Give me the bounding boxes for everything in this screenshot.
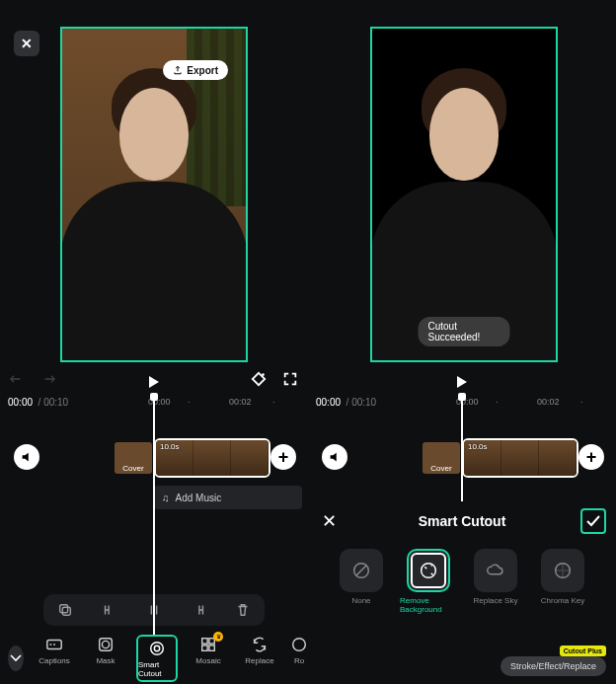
- clip-duration: 10.0s: [468, 442, 488, 451]
- toast-text: Cutout Succeeded!: [428, 321, 481, 342]
- chroma-key-icon: [552, 560, 574, 581]
- svg-rect-2: [63, 607, 71, 615]
- option-label: None: [351, 596, 370, 605]
- rotate-icon: [290, 636, 308, 653]
- clip[interactable]: 10.0s: [462, 438, 578, 478]
- time-current: 00:00: [316, 397, 341, 408]
- fullscreen-icon[interactable]: [282, 371, 298, 387]
- svg-point-0: [262, 373, 265, 376]
- collapse-button[interactable]: [8, 646, 24, 671]
- add-music-label: Add Music: [176, 493, 222, 503]
- ruler-tick: 00:02: [537, 397, 560, 407]
- mask-icon: [97, 636, 115, 653]
- svg-point-14: [422, 564, 436, 578]
- tool-label: Captions: [38, 656, 70, 665]
- delete-icon[interactable]: [235, 602, 251, 618]
- tool-captions[interactable]: Captions: [34, 635, 75, 682]
- tool-label: Smart Cutout: [138, 660, 176, 678]
- export-button[interactable]: Export: [163, 60, 228, 80]
- tool-label: Mask: [96, 656, 115, 665]
- time-total: 00:10: [43, 397, 68, 408]
- tool-mask[interactable]: Mask: [85, 635, 126, 682]
- svg-rect-1: [60, 605, 68, 613]
- stroke-effect-replace-button[interactable]: Stroke/Effect/Replace: [500, 656, 606, 676]
- tool-label: Ro: [294, 656, 304, 665]
- svg-rect-11: [209, 645, 214, 649]
- tool-replace[interactable]: Replace: [239, 635, 280, 682]
- svg-point-7: [154, 646, 159, 650]
- timeline-ruler[interactable]: 00:00 · 00:02 ·: [377, 397, 616, 411]
- music-note-icon: ♫: [162, 493, 170, 503]
- captions-icon: [45, 636, 63, 653]
- cover-label: Cover: [430, 464, 451, 473]
- preview-subject: [60, 182, 248, 362]
- add-clip-button[interactable]: +: [578, 444, 604, 470]
- cover-thumb[interactable]: Cover: [423, 442, 460, 474]
- tool-smart-cutout[interactable]: Smart Cutout: [136, 635, 178, 682]
- time-total: 00:10: [351, 397, 376, 408]
- video-preview[interactable]: Cutout Succeeded!: [370, 27, 558, 362]
- svg-point-12: [293, 638, 306, 650]
- sheet-confirm-button[interactable]: [580, 508, 606, 534]
- clip[interactable]: 10.0s: [154, 438, 270, 478]
- svg-point-6: [151, 642, 164, 654]
- cover-thumb[interactable]: Cover: [115, 442, 152, 474]
- video-preview[interactable]: Export: [60, 27, 248, 362]
- replace-icon: [251, 636, 269, 653]
- split-left-icon[interactable]: [102, 602, 117, 618]
- vip-badge: ♛: [213, 632, 223, 642]
- svg-rect-10: [202, 645, 207, 649]
- tool-label: Replace: [245, 656, 273, 665]
- sheet-close-button[interactable]: ✕: [322, 510, 337, 532]
- timeline-ruler[interactable]: 00:00 · 00:02 ·: [69, 397, 308, 411]
- option-chroma-key[interactable]: Chroma Key: [534, 549, 591, 614]
- remove-bg-icon: [418, 560, 439, 581]
- play-icon: [457, 376, 467, 388]
- chevron-down-icon: [10, 654, 22, 662]
- cutout-toast: Cutout Succeeded!: [419, 317, 510, 346]
- copy-icon[interactable]: [57, 602, 73, 618]
- cutout-plus-badge: Cutout Plus: [560, 646, 606, 656]
- option-none[interactable]: None: [333, 549, 390, 614]
- tool-label: Mosaic: [195, 656, 220, 665]
- playback-time: 00:00 / 00:10: [8, 397, 68, 408]
- split-right-icon[interactable]: [191, 602, 206, 618]
- playback-time: 00:00 / 00:10: [316, 397, 376, 408]
- preview-subject: [119, 88, 189, 181]
- smart-cutout-icon: [148, 640, 166, 657]
- option-replace-sky[interactable]: Replace Sky: [467, 549, 524, 614]
- smart-cutout-sheet: ✕ Smart Cutout None Remove Background Re…: [308, 501, 616, 684]
- mute-button[interactable]: [322, 444, 347, 470]
- sheet-title: Smart Cutout: [419, 513, 506, 529]
- cover-label: Cover: [122, 464, 143, 473]
- play-icon: [149, 376, 159, 388]
- speaker-icon: [328, 450, 342, 464]
- tool-more[interactable]: Ro: [290, 635, 308, 682]
- svg-point-5: [102, 641, 109, 647]
- playhead[interactable]: [461, 395, 463, 501]
- ruler-tick: 00:02: [229, 397, 252, 407]
- tool-mosaic[interactable]: ♛Mosaic: [188, 635, 229, 682]
- option-label: Chroma Key: [541, 596, 584, 605]
- export-label: Export: [187, 65, 218, 76]
- time-current: 00:00: [8, 397, 33, 408]
- add-clip-button[interactable]: +: [270, 444, 296, 470]
- playhead[interactable]: [153, 395, 155, 635]
- svg-rect-8: [202, 638, 207, 643]
- svg-rect-4: [100, 638, 113, 650]
- close-button[interactable]: ✕: [14, 31, 39, 56]
- play-button[interactable]: [308, 370, 616, 394]
- export-icon: [173, 65, 183, 75]
- speaker-icon: [20, 450, 34, 464]
- check-icon: [586, 515, 600, 527]
- option-remove-background[interactable]: Remove Background: [400, 549, 457, 614]
- option-label: Replace Sky: [474, 596, 518, 605]
- keyframe-icon[interactable]: [251, 371, 267, 387]
- preview-subject: [429, 88, 499, 181]
- clip-duration: 10.0s: [160, 442, 180, 451]
- add-music-button[interactable]: ♫ Add Music: [154, 486, 302, 509]
- mute-button[interactable]: [14, 444, 39, 470]
- none-icon: [350, 560, 372, 581]
- cloud-icon: [485, 560, 506, 581]
- option-label: Remove Background: [400, 596, 457, 614]
